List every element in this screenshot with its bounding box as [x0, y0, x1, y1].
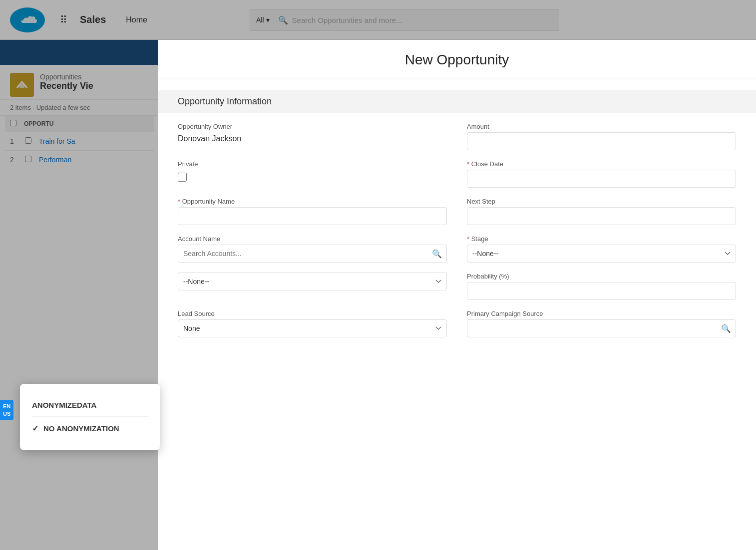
field-stage: Stage --None-- — [467, 235, 736, 263]
new-opportunity-modal: New Opportunity Opportunity Information … — [158, 40, 756, 550]
lead-source-label: Lead Source — [178, 310, 447, 317]
dropdown-none-select[interactable]: --None-- — [178, 273, 447, 290]
field-opportunity-name: Opportunity Name — [178, 198, 447, 225]
private-label: Private — [178, 160, 447, 168]
account-name-input[interactable] — [178, 245, 447, 263]
field-close-date: Close Date — [467, 160, 736, 188]
form-row-leadsource-campaign: Lead Source None Primary Campaign Source… — [178, 310, 736, 337]
form-row-account-stage: Account Name 🔍 Stage --None-- — [178, 235, 736, 263]
account-name-label: Account Name — [178, 235, 447, 243]
anon-option-anonymize[interactable]: ANONYMIZEDATA — [32, 394, 148, 417]
amount-label: Amount — [467, 123, 736, 130]
probability-label: Probability (%) — [467, 273, 736, 280]
next-step-input[interactable] — [467, 207, 736, 225]
anonymization-popup: ANONYMIZEDATA ✓ NO ANONYMIZATION — [20, 384, 160, 450]
close-date-label: Close Date — [467, 160, 736, 168]
field-next-step: Next Step — [467, 198, 736, 225]
anon-option-no-anon[interactable]: ✓ NO ANONYMIZATION — [32, 417, 148, 440]
field-probability: Probability (%) — [467, 273, 736, 300]
checkmark-icon: ✓ — [32, 424, 38, 433]
modal-body: Opportunity Information Opportunity Owne… — [158, 78, 756, 550]
private-checkbox[interactable] — [178, 173, 187, 182]
lead-source-select[interactable]: None — [178, 319, 447, 337]
next-step-label: Next Step — [467, 198, 736, 205]
modal-header: New Opportunity — [158, 40, 756, 78]
form-row-oppname-nextstep: Opportunity Name Next Step — [178, 198, 736, 225]
stage-select[interactable]: --None-- — [467, 245, 736, 263]
field-primary-campaign-source: Primary Campaign Source 🔍 — [467, 310, 736, 337]
form-row-owner-amount: Opportunity Owner Donovan Jackson Amount — [178, 123, 736, 150]
opportunity-owner-label: Opportunity Owner — [178, 123, 447, 130]
campaign-search-icon: 🔍 — [721, 324, 731, 333]
modal-title: New Opportunity — [178, 52, 736, 68]
primary-campaign-source-input[interactable] — [467, 319, 736, 337]
field-amount: Amount — [467, 123, 736, 150]
field-account-name: Account Name 🔍 — [178, 235, 447, 263]
field-private: Private — [178, 160, 447, 188]
form-row-private-closedate: Private Close Date — [178, 160, 736, 188]
account-search-icon: 🔍 — [432, 249, 442, 259]
close-date-input[interactable] — [467, 170, 736, 188]
opportunity-name-input[interactable] — [178, 207, 447, 225]
campaign-search-wrap: 🔍 — [467, 319, 736, 337]
field-opportunity-owner: Opportunity Owner Donovan Jackson — [178, 123, 447, 150]
form-row-dropdown-probability: --None-- Probability (%) — [178, 273, 736, 300]
amount-input[interactable] — [467, 132, 736, 150]
account-search-wrap: 🔍 — [178, 245, 447, 263]
opportunity-owner-value: Donovan Jackson — [178, 132, 447, 145]
form-section-header: Opportunity Information — [158, 90, 756, 113]
opportunity-name-label: Opportunity Name — [178, 198, 447, 205]
field-dropdown-none: --None-- — [178, 273, 447, 300]
primary-campaign-source-label: Primary Campaign Source — [467, 310, 736, 317]
locale-badge: EN US — [0, 400, 13, 420]
stage-label: Stage — [467, 235, 736, 243]
field-lead-source: Lead Source None — [178, 310, 447, 337]
probability-input[interactable] — [467, 282, 736, 300]
